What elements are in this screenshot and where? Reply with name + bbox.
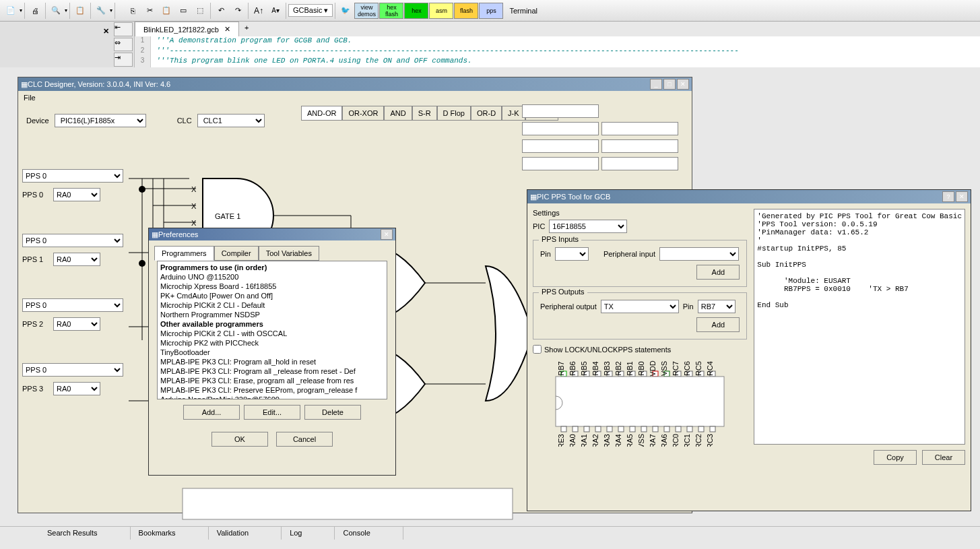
- pin-select[interactable]: [555, 247, 589, 261]
- list-item[interactable]: MPLAB-IPE PK3 CLI: Program all_hold in r…: [159, 357, 385, 366]
- periph-input-select[interactable]: [659, 247, 739, 261]
- tab-compiler[interactable]: Compiler: [214, 246, 259, 261]
- undo-icon[interactable]: ↶: [213, 3, 229, 19]
- copy-button[interactable]: Copy: [874, 450, 917, 465]
- tab-close-icon[interactable]: ✕: [224, 25, 230, 34]
- tab-validation[interactable]: Validation: [209, 527, 282, 540]
- list-item[interactable]: TinyBootloader: [159, 348, 385, 357]
- tab-and-or[interactable]: AND-OR: [301, 106, 342, 121]
- terminal-button[interactable]: Terminal: [504, 4, 543, 18]
- bird-icon[interactable]: 🐦: [337, 3, 354, 19]
- tab-console[interactable]: Console: [335, 527, 403, 540]
- help-button[interactable]: ?: [942, 191, 954, 202]
- pps-pin-select[interactable]: RA0: [53, 188, 100, 201]
- list-item[interactable]: MPLAB-IPE PK3 CLI: Preserve EEProm, prog…: [159, 385, 385, 395]
- pps-input-select[interactable]: PPS 0: [22, 298, 123, 312]
- generated-code[interactable]: 'Generated by PIC PPS Tool for Great Cow…: [754, 209, 965, 445]
- list-item[interactable]: MPLAB-IPE PK3 CLI: Program all _release …: [159, 366, 385, 376]
- periph-output-select[interactable]: TX: [601, 300, 679, 313]
- clear-button[interactable]: Clear: [922, 450, 965, 465]
- list-item[interactable]: Microchip Xpress Board - 16f18855: [159, 282, 385, 291]
- clc-output-field[interactable]: [522, 104, 599, 118]
- pps-pin-select[interactable]: RA0: [53, 382, 100, 395]
- pps-input-select[interactable]: PPS 0: [22, 169, 123, 183]
- tab-bookmarks[interactable]: Bookmarks: [131, 527, 209, 540]
- wrap-left-icon[interactable]: ⇤: [114, 22, 133, 36]
- pps-button[interactable]: pps: [479, 3, 503, 19]
- tab-and[interactable]: AND: [384, 106, 412, 121]
- pps-pin-select[interactable]: RA0: [53, 317, 100, 331]
- list-item[interactable]: Northern Programmer NSDSP: [159, 310, 385, 319]
- close-button[interactable]: ✕: [677, 79, 689, 90]
- pps-input-select[interactable]: PPS 0: [22, 363, 123, 377]
- lock-checkbox[interactable]: [533, 345, 542, 354]
- binoculars-icon[interactable]: 🔍: [48, 3, 64, 19]
- list-item[interactable]: PK+ CmdAuto [Power On and Off]: [159, 291, 385, 300]
- clc-output-field[interactable]: [522, 157, 599, 170]
- paste-icon[interactable]: 📋: [158, 3, 174, 19]
- list-item[interactable]: Arduino UNO @115200: [159, 272, 385, 282]
- list-item[interactable]: Microchip PICKit 2 CLI - with OSCCAL: [159, 329, 385, 338]
- add-output-button[interactable]: Add: [696, 317, 740, 332]
- prefs-title-bar[interactable]: ▦ Preferences ✕: [149, 228, 395, 240]
- clc-output-field[interactable]: [601, 157, 678, 170]
- clc-output-field[interactable]: [522, 139, 599, 153]
- cut-icon[interactable]: ✂: [141, 3, 158, 19]
- add-button[interactable]: Add...: [183, 405, 240, 420]
- tab-ord[interactable]: OR-D: [471, 106, 502, 121]
- wrap-right-icon[interactable]: ⇥: [114, 53, 133, 67]
- tab-search-results[interactable]: Search Results: [39, 527, 131, 540]
- list-item[interactable]: Microchip PK2 with PICCheck: [159, 338, 385, 348]
- pps-title-bar[interactable]: ▦ PIC PPS Tool for GCB ? ✕: [527, 190, 971, 203]
- prefs-close-button[interactable]: ✕: [381, 229, 393, 240]
- file-menu[interactable]: File: [24, 94, 36, 102]
- tab-or-xor[interactable]: OR-XOR: [342, 106, 384, 121]
- redo-icon[interactable]: ↷: [230, 3, 246, 19]
- list-item[interactable]: Microchip PICKit 2 CLI - Default: [159, 300, 385, 310]
- list-item[interactable]: MPLAB-IPE PK3 CLI: Erase, program all _r…: [159, 376, 385, 385]
- tab-tool-variables[interactable]: Tool Variables: [259, 246, 319, 261]
- new-icon[interactable]: 📄: [3, 3, 19, 19]
- doc-icon[interactable]: 📋: [72, 3, 88, 19]
- device-select[interactable]: PIC16(L)F1885x: [55, 114, 146, 127]
- pin-out-select[interactable]: RB7: [698, 300, 736, 313]
- pps-pin-select[interactable]: RA0: [53, 253, 100, 266]
- tab-programmers[interactable]: Programmers: [154, 246, 214, 261]
- ok-button[interactable]: OK: [211, 432, 268, 447]
- language-dropdown[interactable]: GCBasic ▾: [288, 4, 333, 17]
- flash-button[interactable]: flash: [454, 3, 478, 19]
- file-tab[interactable]: BlinkLED_12f1822.gcb ✕: [135, 22, 239, 36]
- hex-button[interactable]: hex: [404, 3, 428, 19]
- copy-icon[interactable]: ⎘: [125, 3, 141, 19]
- tab-dflop[interactable]: D Flop: [437, 106, 471, 121]
- clc-select[interactable]: CLC1: [197, 114, 265, 127]
- view-demos-button[interactable]: view demos: [354, 3, 379, 19]
- pps-input-select[interactable]: PPS 0: [22, 234, 123, 247]
- print-icon[interactable]: 🖨: [27, 3, 43, 19]
- select-icon[interactable]: ▭: [175, 3, 191, 19]
- maximize-button[interactable]: □: [663, 79, 676, 90]
- hex-flash-button[interactable]: hex flash: [379, 3, 403, 19]
- tab-sr[interactable]: S-R: [412, 106, 437, 121]
- minimize-button[interactable]: _: [650, 79, 662, 90]
- edit-button[interactable]: Edit...: [244, 405, 300, 420]
- select2-icon[interactable]: ⬚: [192, 3, 208, 19]
- cancel-button[interactable]: Cancel: [276, 432, 333, 447]
- delete-button[interactable]: Delete: [304, 405, 361, 420]
- tool-icon[interactable]: 🔧: [93, 3, 109, 19]
- font-inc-icon[interactable]: A↑: [251, 3, 267, 19]
- asm-button[interactable]: asm: [429, 3, 453, 19]
- pic-select[interactable]: 16F18855: [549, 220, 627, 233]
- font-dec-icon[interactable]: A▾: [267, 3, 284, 19]
- programmers-list[interactable]: Programmers to use (in order) Arduino UN…: [157, 261, 387, 399]
- close-panel-icon[interactable]: ✕: [103, 27, 109, 36]
- pps-close-button[interactable]: ✕: [956, 191, 968, 202]
- tab-log[interactable]: Log: [282, 527, 335, 540]
- list-item[interactable]: Arduino Nano/ProMini 328p@57600: [159, 395, 385, 399]
- clc-output-field[interactable]: [601, 122, 678, 135]
- code-editor[interactable]: 1 2 3 '''A demonstration program for GCG…: [135, 36, 980, 67]
- wrap-both-icon[interactable]: ⇔: [114, 38, 133, 52]
- clc-title-bar[interactable]: ▦ CLC Designer, Version: 3.0.0.4, INI Ve…: [18, 77, 692, 91]
- clc-output-field[interactable]: [522, 122, 599, 135]
- add-input-button[interactable]: Add: [696, 265, 740, 280]
